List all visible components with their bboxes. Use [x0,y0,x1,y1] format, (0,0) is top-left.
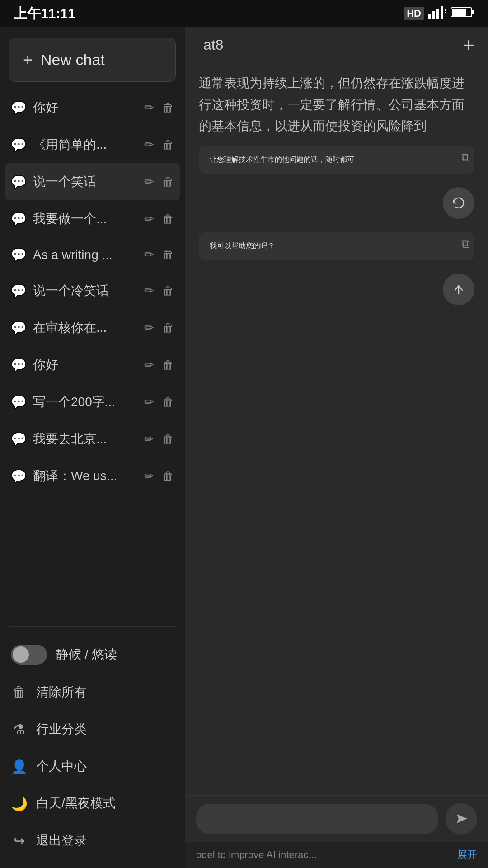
svg-rect-2 [436,9,439,19]
chat-item-3[interactable]: 💬 说一个笑话 ✏ 🗑 [5,163,180,200]
delete-icon[interactable]: 🗑 [162,395,174,409]
hd-badge: HD [404,7,424,20]
status-time: 上午11:11 [14,5,75,23]
chat-icon: 💬 [11,175,27,189]
edit-icon[interactable]: ✏ [144,138,154,152]
edit-icon[interactable]: ✏ [144,395,154,409]
chat-item-7[interactable]: 💬 在审核你在... ✏ 🗑 [5,309,180,346]
action-buttons [199,183,474,223]
footer-item-theme[interactable]: 🌙 白天/黑夜模式 [0,785,185,822]
chat-item-10[interactable]: 💬 我要去北京... ✏ 🗑 [5,420,180,458]
chat-title: 说一个冷笑话 [33,282,138,299]
mode-toggle[interactable] [11,645,47,665]
delete-icon[interactable]: 🗑 [162,101,174,115]
edit-icon[interactable]: ✏ [144,321,154,335]
battery-icon [451,6,474,21]
chat-icon: 💬 [11,100,27,115]
delete-icon[interactable]: 🗑 [162,138,174,152]
chat-item-2[interactable]: 💬 《用简单的... ✏ 🗑 [5,126,180,163]
svg-text:5G: 5G [445,7,446,14]
chat-title: 我要去北京... [33,430,138,448]
chat-item-9[interactable]: 💬 写一个200字... ✏ 🗑 [5,383,180,420]
edit-icon[interactable]: ✏ [144,432,154,446]
delete-icon[interactable]: 🗑 [162,248,174,262]
new-chat-button[interactable]: + New chat [9,38,176,82]
footer-item-category[interactable]: ⚗ 行业分类 [0,711,185,748]
chat-actions: ✏ 🗑 [144,321,174,335]
delete-icon[interactable]: 🗑 [162,358,174,372]
footer-item-profile[interactable]: 👤 个人中心 [0,748,185,785]
main-layout: + New chat 💬 你好 ✏ 🗑 💬 《用简单的... ✏ 🗑 💬 说一个… [0,27,488,868]
chat-item-5[interactable]: 💬 As a writing ... ✏ 🗑 [5,237,180,272]
chat-title: 在审核你在... [33,319,138,336]
delete-icon[interactable]: 🗑 [162,284,174,298]
delete-icon[interactable]: 🗑 [162,321,174,335]
sidebar: + New chat 💬 你好 ✏ 🗑 💬 《用简单的... ✏ 🗑 💬 说一个… [0,27,185,868]
new-chat-label: New chat [41,51,105,69]
chat-icon: 💬 [11,247,27,262]
chat-icon: 💬 [11,283,27,298]
chat-icon: 💬 [11,321,27,335]
delete-icon[interactable]: 🗑 [162,469,174,483]
message-bubble-2: 让您理解技术性牛市的他问题的话，随时都可 ⧉ [199,146,474,174]
chat-item-11[interactable]: 💬 翻译：We us... ✏ 🗑 [5,458,180,495]
edit-icon[interactable]: ✏ [144,248,154,262]
chat-icon: 💬 [11,432,27,447]
expand-button[interactable]: 展开 [457,848,477,862]
chat-item-8[interactable]: 💬 你好 ✏ 🗑 [5,346,180,383]
main-header: at8 + [185,27,488,63]
upload-button[interactable] [443,274,474,305]
profile-icon: 👤 [11,759,27,774]
toggle-row: 静候 / 悠读 [0,636,185,674]
status-icons: HD 5G [404,6,474,21]
edit-icon[interactable]: ✏ [144,284,154,298]
edit-icon[interactable]: ✏ [144,212,154,226]
chat-title: As a writing ... [33,248,138,262]
input-area [185,795,488,842]
chat-title: 翻译：We us... [33,467,138,485]
message-text-1: 通常表现为持续上涨的，但仍然存在涨跌幅度进行这种投资时，一定要了解行情、公司基本… [199,76,465,133]
clear-label: 清除所有 [36,684,87,701]
category-label: 行业分类 [36,721,87,738]
clear-icon: 🗑 [11,684,27,700]
message-text-3: 我可以帮助您的吗？ [210,242,275,250]
plus-icon: + [23,52,33,68]
theme-label: 白天/黑夜模式 [36,795,116,812]
chat-icon: 💬 [11,358,27,373]
footer-item-clear[interactable]: 🗑 清除所有 [0,674,185,711]
svg-rect-0 [428,14,431,19]
category-icon: ⚗ [11,722,27,737]
chat-item-6[interactable]: 💬 说一个冷笑话 ✏ 🗑 [5,272,180,309]
chat-item-1[interactable]: 💬 你好 ✏ 🗑 [5,89,180,126]
delete-icon[interactable]: 🗑 [162,212,174,226]
chat-title: 写一个200字... [33,393,138,410]
chat-title: 《用简单的... [33,136,138,153]
action-buttons-2 [199,269,474,310]
logout-icon: ↪ [11,833,27,849]
edit-icon[interactable]: ✏ [144,469,154,483]
profile-label: 个人中心 [36,758,87,775]
svg-rect-1 [432,11,435,19]
chat-messages: 通常表现为持续上涨的，但仍然存在涨跌幅度进行这种投资时，一定要了解行情、公司基本… [185,63,488,795]
refresh-button[interactable] [443,187,474,219]
delete-icon[interactable]: 🗑 [162,175,174,189]
chat-actions: ✏ 🗑 [144,284,174,298]
footer-items: 🗑 清除所有 ⚗ 行业分类 👤 个人中心 🌙 白天/黑夜模式 ↪ 退出登录 [0,674,185,859]
copy-icon-2[interactable]: ⧉ [461,151,470,165]
edit-icon[interactable]: ✏ [144,175,154,189]
bottom-hint-text: odel to improve AI interac... [196,849,317,861]
header-title: at8 [199,37,463,53]
chat-input[interactable] [196,804,438,834]
edit-icon[interactable]: ✏ [144,101,154,115]
sidebar-footer: 静候 / 悠读 🗑 清除所有 ⚗ 行业分类 👤 个人中心 🌙 白天/黑夜模式 ↪… [0,631,185,868]
send-button[interactable] [446,803,477,835]
delete-icon[interactable]: 🗑 [162,432,174,446]
edit-icon[interactable]: ✏ [144,358,154,372]
footer-item-logout[interactable]: ↪ 退出登录 [0,822,185,859]
chat-actions: ✏ 🗑 [144,469,174,483]
message-bubble-3: 我可以帮助您的吗？ ⧉ [199,232,474,260]
copy-icon-3[interactable]: ⧉ [461,237,470,251]
chat-actions: ✏ 🗑 [144,432,174,446]
chat-item-4[interactable]: 💬 我要做一个... ✏ 🗑 [5,200,180,237]
header-add-button[interactable]: + [463,35,474,55]
